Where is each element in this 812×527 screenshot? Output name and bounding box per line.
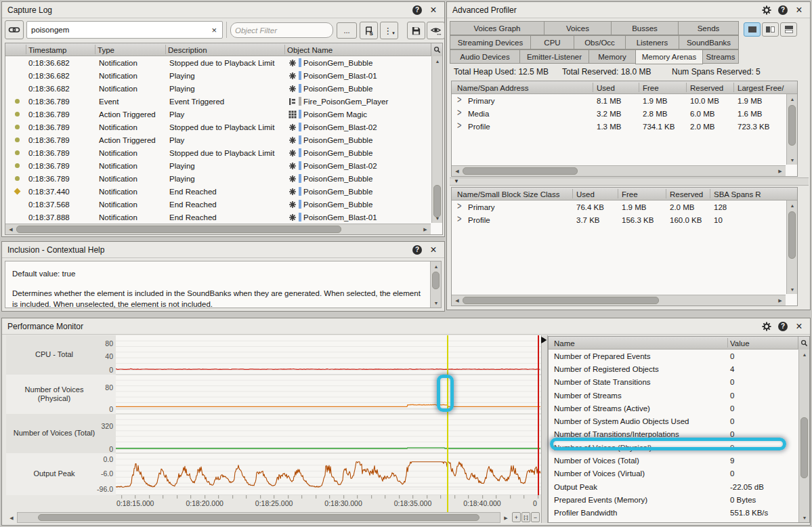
close-button[interactable]: × xyxy=(792,320,806,333)
capture-log-row[interactable]: 0:18:36.682NotificationPlayingPoisonGem_… xyxy=(5,69,431,82)
scrollbar-thumb[interactable] xyxy=(800,417,808,478)
help-button[interactable]: ? xyxy=(776,3,790,17)
scroll-up-arrow[interactable]: ▲ xyxy=(432,56,443,66)
capture-log-row[interactable]: 0:18:36.789NotificationPlayingPoisonGem_… xyxy=(5,172,431,185)
scroll-left-arrow[interactable]: ◀ xyxy=(5,224,16,235)
stat-row[interactable]: Number of State Transitions0 xyxy=(549,376,798,389)
expander-icon[interactable]: > xyxy=(457,120,461,131)
settings-button[interactable] xyxy=(760,320,773,333)
column-header[interactable]: SBA Spans Reserved xyxy=(714,188,761,201)
tab-soundbanks[interactable]: SoundBanks xyxy=(679,35,739,49)
capture-log-menu-button[interactable]: ⋮▾ xyxy=(380,22,398,39)
column-header[interactable]: Name/Small Block Size Class xyxy=(457,188,572,201)
vertical-scrollbar[interactable]: ▲ ▼ xyxy=(430,261,441,308)
vertical-scrollbar[interactable]: ▲ ▼ xyxy=(431,56,442,223)
follow-capture-button[interactable] xyxy=(427,22,445,39)
tab-obs-occ[interactable]: Obs/Occ xyxy=(574,35,626,49)
column-header[interactable]: Used xyxy=(576,188,624,201)
more-options-button[interactable]: ... xyxy=(337,22,357,39)
scroll-down-arrow[interactable]: ▼ xyxy=(799,513,810,522)
stat-row[interactable]: Prepared Events (Memory)0 Bytes xyxy=(549,493,798,506)
panel-splitter[interactable] xyxy=(541,335,548,523)
capture-log-row[interactable]: 0:18:37.888NotificationEnd ReachedPoison… xyxy=(5,211,431,223)
stat-row[interactable]: Number of Voices (Virtual)0 xyxy=(549,467,798,480)
scrollbar-thumb[interactable] xyxy=(433,185,441,217)
memory-arena-row[interactable]: >Primary8.1 MB1.9 MB10.0 MB1.9 MB xyxy=(452,94,786,107)
capture-log-row[interactable]: 0:18:36.789NotificationPlayingPoisonGem_… xyxy=(5,159,431,172)
save-capture-button[interactable] xyxy=(407,22,425,39)
scroll-up-arrow[interactable]: ▲ xyxy=(787,201,798,210)
column-header-value[interactable]: Value xyxy=(730,337,784,350)
stat-row[interactable]: Number of Prepared Events0 xyxy=(549,350,798,362)
tab-listeners[interactable]: Listeners xyxy=(625,35,679,49)
capture-log-settings-button[interactable]: S xyxy=(360,22,378,39)
capture-log-row[interactable]: 0:18:36.789Action TriggeredPlayPoisonGem… xyxy=(5,133,431,146)
scrollbar-thumb[interactable] xyxy=(788,105,796,146)
help-button[interactable]: ? xyxy=(410,3,424,17)
expander-icon[interactable]: > xyxy=(457,213,461,224)
capture-log-row[interactable]: 0:18:36.682NotificationStopped due to Pl… xyxy=(5,56,431,69)
object-filter-input[interactable] xyxy=(231,26,345,35)
scroll-left-arrow[interactable]: ◀ xyxy=(6,513,17,523)
scroll-left-arrow[interactable]: ◀ xyxy=(452,295,463,306)
horizontal-scrollbar[interactable]: ◀ ▶ xyxy=(5,224,431,234)
horizontal-scrollbar[interactable]: ◀ ▶ xyxy=(452,165,786,176)
expander-icon[interactable]: > xyxy=(457,107,461,118)
close-button[interactable]: × xyxy=(792,3,806,17)
tab-cpu[interactable]: CPU xyxy=(530,35,574,49)
tab-voices[interactable]: Voices xyxy=(544,21,612,35)
expander-icon[interactable]: > xyxy=(457,94,461,105)
layout-split-vertical-button[interactable] xyxy=(762,22,779,37)
memory-arena-row[interactable]: >Primary76.4 KB1.9 MB2.0 MB128 xyxy=(452,201,786,213)
zoom-out-button[interactable]: − xyxy=(531,512,540,522)
tab-emitter-listener[interactable]: Emitter-Listener xyxy=(519,49,589,64)
stat-row[interactable]: Output Peak-22.05 dB xyxy=(549,480,798,493)
column-header-name[interactable]: Name xyxy=(554,337,723,350)
close-button[interactable]: × xyxy=(427,243,440,257)
zoom-fit-button[interactable]: [:] xyxy=(521,512,530,522)
capture-log-row[interactable]: 0:18:36.789Action TriggeredPlayPoisonGem… xyxy=(5,108,431,121)
layout-split-horizontal-button[interactable] xyxy=(780,22,797,37)
capture-log-row[interactable]: 0:18:37.568NotificationEnd ReachedPoison… xyxy=(5,198,431,211)
clear-filter-icon[interactable]: × xyxy=(206,25,222,35)
close-button[interactable]: × xyxy=(427,3,440,17)
help-button[interactable]: ? xyxy=(776,320,790,333)
capture-log-row[interactable]: 0:18:36.789NotificationStopped due to Pl… xyxy=(5,146,431,159)
scroll-right-arrow[interactable]: ▶ xyxy=(775,295,786,306)
scroll-down-arrow[interactable]: ▼ xyxy=(431,298,442,308)
tab-streams[interactable]: Streams xyxy=(702,49,739,64)
scrollbar-thumb[interactable] xyxy=(463,167,578,175)
column-header-description[interactable]: Description xyxy=(168,43,282,56)
memory-arena-row[interactable]: >Media3.2 MB2.8 MB6.0 MB1.6 MB xyxy=(452,107,786,120)
column-header[interactable]: Largest Free/ xyxy=(738,81,785,94)
column-header-timestamp[interactable]: Timestamp xyxy=(28,43,92,56)
column-header[interactable]: Name/Span Address xyxy=(457,81,593,94)
tab-voices-graph[interactable]: Voices Graph xyxy=(450,21,544,35)
table-splitter[interactable]: ▼ xyxy=(450,177,809,186)
horizontal-scrollbar[interactable]: ◀ ▶ xyxy=(452,295,786,305)
timeline-scrollbar[interactable] xyxy=(17,512,500,523)
scroll-down-arrow[interactable]: ▼ xyxy=(787,284,798,294)
scroll-right-arrow[interactable]: ▶ xyxy=(775,166,786,177)
scroll-right-arrow[interactable]: ▶ xyxy=(420,224,431,235)
column-header-type[interactable]: Type xyxy=(98,43,163,56)
table-search-button[interactable] xyxy=(798,337,809,350)
capture-filter-input[interactable] xyxy=(27,26,206,34)
scroll-up-arrow[interactable]: ▲ xyxy=(431,261,442,271)
tab-busses[interactable]: Busses xyxy=(611,21,679,35)
time-cursor-line[interactable] xyxy=(447,335,448,512)
scrollbar-thumb[interactable] xyxy=(16,226,341,233)
capture-log-row[interactable]: 0:18:36.789EventEvent TriggeredFire_Pois… xyxy=(5,95,431,108)
object-filter-field[interactable] xyxy=(230,22,333,38)
column-header[interactable]: Reserved xyxy=(690,81,738,94)
stat-row[interactable]: Profiler Bandwidth551.8 KB/s xyxy=(549,507,798,520)
tab-audio-devices[interactable]: Audio Devices xyxy=(450,49,520,64)
scrollbar-thumb[interactable] xyxy=(38,514,479,521)
settings-button[interactable] xyxy=(760,3,773,17)
tab-sends[interactable]: Sends xyxy=(678,21,739,35)
capture-log-row[interactable]: 0:18:36.789NotificationStopped due to Pl… xyxy=(5,121,431,133)
column-header[interactable]: Used xyxy=(597,81,644,94)
scroll-up-arrow[interactable]: ▲ xyxy=(787,94,798,104)
capture-filter-field[interactable]: × xyxy=(26,21,223,39)
column-header[interactable]: Free xyxy=(622,188,669,201)
